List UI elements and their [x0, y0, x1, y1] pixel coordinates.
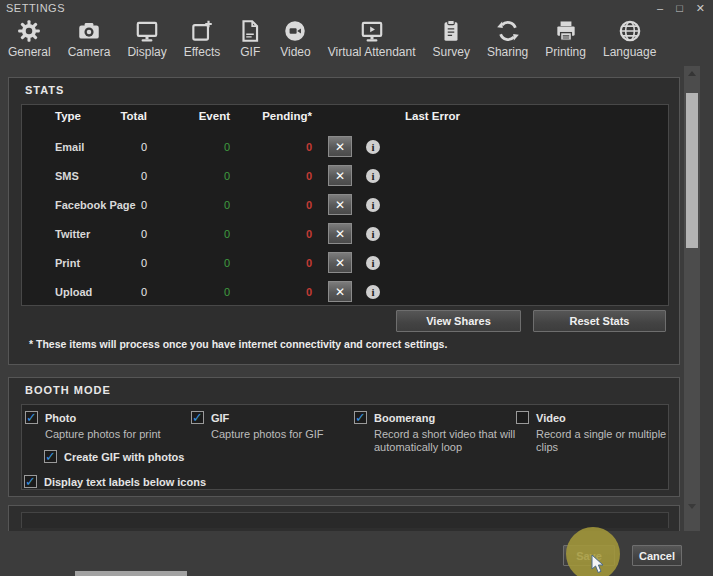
info-icon[interactable]: i	[366, 285, 380, 299]
clear-row-button[interactable]: ✕	[328, 136, 352, 157]
table-row-print: Print 0 0 0 ✕ i	[22, 248, 670, 277]
tab-virtual-attendant[interactable]: Virtual Attendant	[328, 18, 416, 59]
table-row-facebook-page: Facebook Page 0 0 0 ✕ i	[22, 190, 670, 219]
video-checkbox[interactable]	[516, 411, 529, 424]
sharing-sync-icon	[495, 18, 521, 44]
window-controls: – □ ✕	[657, 2, 705, 15]
booth-option-photo: ✓ Photo Capture photos for print	[25, 411, 195, 441]
background-window-edge	[75, 571, 187, 576]
camera-icon	[76, 18, 102, 44]
tab-camera[interactable]: Camera	[68, 18, 111, 59]
clear-row-button[interactable]: ✕	[328, 165, 352, 186]
column-header-last-error: Last Error	[405, 110, 460, 122]
table-row-upload: Upload 0 0 0 ✕ i	[22, 277, 670, 306]
clear-row-button[interactable]: ✕	[328, 252, 352, 273]
tab-display[interactable]: Display	[127, 18, 166, 59]
row-total: 0	[110, 141, 147, 153]
boomerang-checkbox[interactable]: ✓	[354, 411, 367, 424]
view-shares-button[interactable]: View Shares	[396, 310, 521, 332]
cancel-button[interactable]: Cancel	[632, 545, 682, 566]
gif-document-icon	[237, 18, 263, 44]
info-icon[interactable]: i	[366, 256, 380, 270]
tab-language[interactable]: Language	[603, 18, 656, 59]
row-total: 0	[110, 257, 147, 269]
stats-section: STATS Type Total Event Pending* Last Err…	[8, 77, 680, 365]
save-button[interactable]: Save	[563, 545, 615, 566]
reset-stats-button[interactable]: Reset Stats	[533, 310, 666, 332]
info-icon[interactable]: i	[366, 169, 380, 183]
tab-printing[interactable]: Printing	[545, 18, 586, 59]
row-event: 0	[180, 170, 230, 182]
tab-label: Display	[127, 45, 166, 59]
tab-label: Effects	[184, 45, 220, 59]
booth-mode-section: BOOTH MODE ✓ Photo Capture photos for pr…	[8, 377, 680, 497]
scroll-up-arrow-icon[interactable]	[688, 71, 696, 76]
info-icon[interactable]: i	[366, 140, 380, 154]
table-row-email: Email 0 0 0 ✕ i	[22, 132, 670, 161]
photo-checkbox[interactable]: ✓	[25, 411, 38, 424]
partial-next-section	[8, 505, 680, 532]
booth-option-boomerang: ✓ Boomerang Record a short video that wi…	[354, 411, 524, 454]
clear-row-button[interactable]: ✕	[328, 223, 352, 244]
row-event: 0	[180, 228, 230, 240]
effects-icon	[189, 18, 215, 44]
column-header-event: Event	[180, 110, 230, 122]
vertical-scrollbar[interactable]	[684, 66, 700, 532]
row-type: Email	[55, 141, 84, 153]
stats-table: Type Total Event Pending* Last Error Ema…	[21, 104, 669, 306]
create-gif-with-photos-option: ✓ Create GIF with photos	[44, 450, 184, 463]
clear-row-button[interactable]: ✕	[328, 194, 352, 215]
minimize-icon[interactable]: –	[657, 2, 663, 15]
tab-sharing[interactable]: Sharing	[487, 18, 528, 59]
row-total: 0	[110, 199, 147, 211]
title-bar: SETTINGS – □ ✕	[0, 0, 713, 17]
stats-footnote: * These items will process once you have…	[29, 338, 447, 350]
info-icon[interactable]: i	[366, 198, 380, 212]
row-type: Print	[55, 257, 80, 269]
option-label: Photo	[45, 412, 76, 424]
tab-general[interactable]: General	[8, 18, 51, 59]
info-icon[interactable]: i	[366, 227, 380, 241]
tab-label: Survey	[433, 45, 470, 59]
scrollbar-thumb[interactable]	[686, 93, 698, 248]
printer-icon	[553, 18, 579, 44]
row-pending: 0	[250, 141, 312, 153]
maximize-icon[interactable]: □	[676, 2, 683, 15]
settings-toolbar: General Camera Display Effects GIF Video…	[8, 18, 656, 59]
table-row-twitter: Twitter 0 0 0 ✕ i	[22, 219, 670, 248]
gear-icon	[16, 18, 42, 44]
gif-checkbox[interactable]: ✓	[191, 411, 204, 424]
tab-label: GIF	[240, 45, 260, 59]
survey-clipboard-icon	[438, 18, 464, 44]
create-gif-checkbox[interactable]: ✓	[44, 450, 57, 463]
clear-row-button[interactable]: ✕	[328, 281, 352, 302]
video-icon	[282, 18, 308, 44]
tab-survey[interactable]: Survey	[433, 18, 470, 59]
row-event: 0	[180, 199, 230, 211]
tab-label: Video	[280, 45, 310, 59]
display-text-labels-option: ✓ Display text labels below icons	[24, 475, 206, 488]
scroll-down-arrow-icon[interactable]	[688, 504, 696, 509]
tab-gif[interactable]: GIF	[237, 18, 263, 59]
virtual-attendant-icon	[359, 18, 385, 44]
column-header-total: Total	[110, 110, 147, 122]
option-label: GIF	[211, 412, 229, 424]
tab-video[interactable]: Video	[280, 18, 310, 59]
booth-mode-section-title: BOOTH MODE	[25, 384, 111, 396]
close-icon[interactable]: ✕	[696, 2, 705, 15]
row-pending: 0	[250, 199, 312, 211]
table-row-sms: SMS 0 0 0 ✕ i	[22, 161, 670, 190]
monitor-icon	[134, 18, 160, 44]
option-description: Record a short video that will automatic…	[374, 428, 524, 454]
row-type: SMS	[55, 170, 79, 182]
row-total: 0	[110, 286, 147, 298]
tab-label: Virtual Attendant	[328, 45, 416, 59]
display-labels-checkbox[interactable]: ✓	[24, 475, 37, 488]
row-pending: 0	[250, 228, 312, 240]
tab-label: Language	[603, 45, 656, 59]
globe-icon	[617, 18, 643, 44]
tab-label: Printing	[545, 45, 586, 59]
row-total: 0	[110, 170, 147, 182]
tab-effects[interactable]: Effects	[184, 18, 220, 59]
row-total: 0	[110, 228, 147, 240]
